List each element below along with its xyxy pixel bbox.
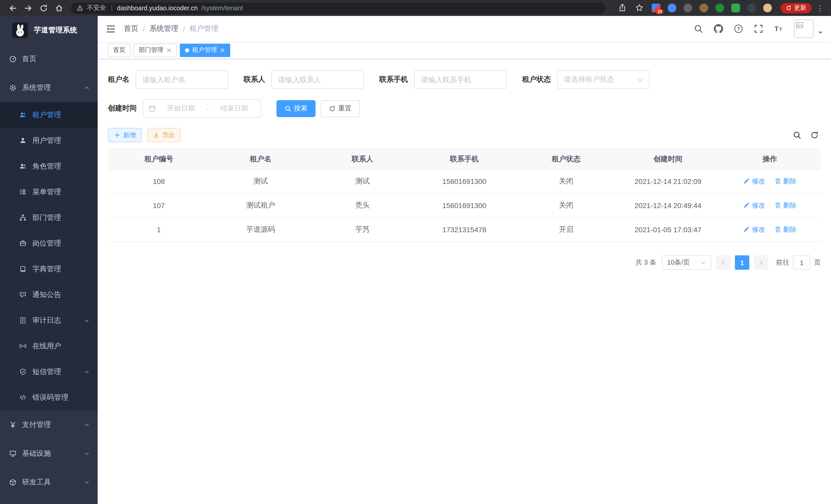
filter-tenant-name: 租户名 (108, 70, 228, 89)
sidebar-item-label: 基础设施 (22, 449, 79, 458)
sidebar-item-pay[interactable]: 支付管理 (0, 411, 98, 439)
tab-home[interactable]: 首页 (108, 43, 131, 57)
extension-icon-5[interactable] (715, 4, 724, 12)
app-logo[interactable]: 芋道管理系统 (0, 16, 98, 45)
field-label: 租户名 (108, 75, 130, 84)
svg-text:?: ? (737, 26, 740, 32)
sidebar-item-menu[interactable]: 菜单管理 (0, 179, 98, 205)
table-row: 107 测试租户 秃头 15601691300 关闭 2021-12-14 20… (108, 194, 821, 217)
back-icon[interactable] (9, 4, 17, 12)
edit-link[interactable]: 修改 (743, 225, 765, 234)
share-icon[interactable] (618, 4, 627, 12)
table-row: 1 芋道源码 芋艿 17321315478 开启 2021-01-05 17:0… (108, 217, 821, 242)
system-submenu: 租户管理 用户管理 角色管理 菜单管理 (0, 102, 98, 411)
field-label: 创建时间 (108, 104, 137, 113)
user-icon (20, 137, 27, 144)
date-range-picker[interactable]: 开始日期 - 结束日期 (143, 99, 261, 118)
export-button-label: 导出 (163, 131, 175, 140)
bookmark-star-icon[interactable] (635, 4, 644, 12)
home-icon[interactable] (55, 4, 63, 12)
breadcrumb-home[interactable]: 首页 (124, 24, 138, 33)
goto-label: 前往 (776, 258, 790, 267)
status-select[interactable]: 请选择租户状态 (557, 70, 650, 89)
help-icon[interactable]: ? (734, 24, 743, 33)
url-bar[interactable]: 不安全 dashboard.yudao.iocoder.cn/system/te… (71, 2, 605, 13)
chevron-up-icon (84, 85, 89, 90)
update-button[interactable]: 更新 (781, 3, 811, 13)
extension-icon-1[interactable]: 10 (652, 4, 660, 12)
sidebar-item-home[interactable]: 首页 (0, 45, 98, 73)
active-tab-dot (185, 48, 189, 52)
contact-input[interactable] (278, 76, 357, 84)
app-title: 芋道管理系统 (34, 26, 77, 35)
sidebar-item-infra[interactable]: 基础设施 (0, 439, 98, 468)
sidebar-item-user[interactable]: 用户管理 (0, 128, 98, 154)
col-contact: 联系人 (312, 149, 413, 169)
close-icon[interactable] (167, 48, 172, 53)
sidebar-item-role[interactable]: 角色管理 (0, 154, 98, 179)
logo-rabbit-icon (12, 23, 28, 38)
cell-contact: 秃头 (312, 194, 413, 217)
tab-tenant[interactable]: 租户管理 (180, 43, 230, 57)
font-size-icon[interactable]: TT (774, 24, 783, 33)
sidebar-item-sms[interactable]: 短信管理 (0, 359, 98, 385)
sidebar-item-tenant[interactable]: 租户管理 (0, 102, 98, 128)
caret-down-icon[interactable] (818, 30, 823, 35)
profile-avatar[interactable] (763, 4, 772, 12)
sidebar-item-notice[interactable]: 通知公告 (0, 282, 98, 308)
extension-icon-6[interactable] (731, 4, 740, 12)
cell-actions: 修改 删除 (719, 194, 821, 217)
user-avatar[interactable] (794, 20, 813, 38)
reload-icon[interactable] (39, 4, 48, 12)
mobile-input[interactable] (421, 76, 500, 84)
tab-dept[interactable]: 部门管理 (134, 43, 177, 57)
extension-icon-4[interactable] (699, 4, 708, 12)
edit-link[interactable]: 修改 (743, 201, 765, 210)
sidebar-fold-icon[interactable] (106, 24, 116, 34)
forward-icon[interactable] (24, 4, 32, 12)
chevron-down-icon (84, 318, 89, 323)
extension-icon-7[interactable] (747, 4, 756, 12)
extension-icon-3[interactable] (684, 4, 692, 12)
sidebar-item-dept[interactable]: 部门管理 (0, 205, 98, 231)
fullscreen-icon[interactable] (754, 24, 763, 33)
sidebar-item-devtools[interactable]: 研发工具 (0, 468, 98, 497)
sidebar-item-post[interactable]: 岗位管理 (0, 231, 98, 256)
breadcrumb-separator: / (183, 25, 185, 33)
sidebar-item-dict[interactable]: 字典管理 (0, 256, 98, 282)
sidebar-item-online[interactable]: 在线用户 (0, 333, 98, 359)
refresh-table-icon[interactable] (810, 131, 819, 139)
url-host: dashboard.yudao.iocoder.cn (117, 4, 198, 11)
reset-button[interactable]: 重置 (321, 100, 360, 117)
delete-link[interactable]: 删除 (774, 201, 797, 210)
page-size-select[interactable]: 10条/页 (662, 255, 711, 270)
goto-page-input[interactable] (793, 255, 810, 270)
github-icon[interactable] (714, 24, 723, 33)
toggle-search-icon[interactable] (793, 131, 801, 139)
browser-menu-icon[interactable]: ⋮ (816, 4, 824, 12)
delete-link[interactable]: 删除 (774, 177, 797, 186)
shield-icon (20, 368, 27, 376)
close-icon[interactable] (220, 48, 225, 53)
extension-icon-2[interactable] (667, 4, 676, 12)
search-button[interactable]: 搜索 (277, 100, 316, 117)
next-page-button[interactable] (754, 255, 768, 270)
cell-tenant-name: 芋道源码 (210, 217, 311, 242)
table-row: 108 测试 测试 15601691300 关闭 2021-12-14 21:0… (108, 169, 821, 194)
sidebar-item-label: 错误码管理 (32, 393, 89, 402)
export-button[interactable]: 导出 (147, 128, 181, 142)
sidebar-item-auditlog[interactable]: 审计日志 (0, 308, 98, 333)
edit-link[interactable]: 修改 (743, 177, 765, 186)
breadcrumb-current: 租户管理 (190, 24, 219, 33)
sidebar-item-system[interactable]: 系统管理 (0, 73, 98, 102)
cell-status: 开启 (515, 217, 617, 242)
add-button[interactable]: 新增 (108, 128, 142, 142)
page-number-1[interactable]: 1 (735, 255, 749, 270)
filter-row-1: 租户名 联系人 联系手机 (108, 70, 821, 89)
delete-link[interactable]: 删除 (774, 225, 797, 234)
tenant-name-input[interactable] (142, 76, 222, 84)
search-icon[interactable] (694, 24, 703, 33)
prev-page-button[interactable] (716, 255, 730, 270)
breadcrumb-system[interactable]: 系统管理 (149, 24, 178, 33)
sidebar-item-errorcode[interactable]: 错误码管理 (0, 385, 98, 411)
